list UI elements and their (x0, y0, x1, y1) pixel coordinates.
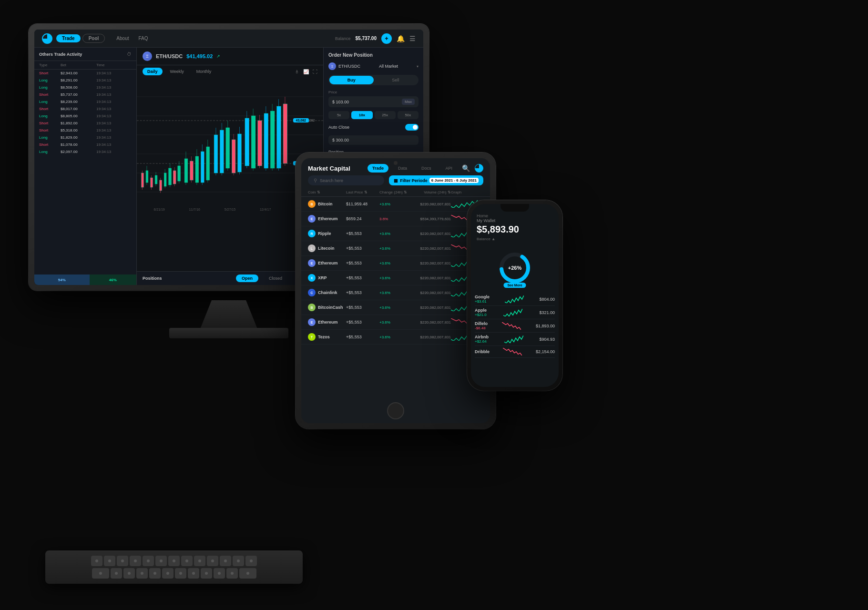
pool-button[interactable]: Pool (82, 34, 105, 43)
coin-price: +$5,553 (346, 261, 379, 265)
stock-left: Airbnb +$2.64 (475, 335, 489, 344)
leverage-10x[interactable]: 10x (351, 111, 372, 119)
tablet-nav-docs[interactable]: Docs (417, 164, 436, 173)
max-button[interactable]: Max (402, 99, 415, 105)
list-item[interactable]: B BitcoinCash +$5,553 +3.6% $220,082,007… (301, 300, 490, 315)
balance-label: Balance (335, 36, 351, 41)
col-change: Change (24h) ⇅ (379, 190, 408, 194)
chart-pair: ETH/USDC (156, 53, 183, 59)
coin-change: 3.6% (379, 217, 408, 221)
fullscreen-icon[interactable]: ⛶ (313, 69, 317, 74)
line-chart-icon[interactable]: 📈 (303, 69, 309, 74)
left-panel-title: Others Trade Activity (39, 52, 82, 57)
trade-bet: $8,239.00 (61, 100, 96, 104)
search-input-placeholder: Search here (320, 178, 343, 183)
trade-button[interactable]: Trade (56, 34, 81, 42)
stock-value: $2,154.00 (536, 349, 555, 354)
stock-left: Apple +$21.0 (475, 308, 487, 317)
filter-date: 6 June 2021 - 6 July 2021 (429, 178, 479, 183)
tablet-search-icon[interactable]: 🔍 (462, 164, 470, 172)
list-item: Dillelo -$6.48 $1,893.00 (475, 319, 555, 333)
col-volume: Volume (24h) ⇅ (408, 190, 451, 194)
col-graph: Graph (451, 190, 480, 194)
tablet-nav-trade[interactable]: Trade (368, 164, 388, 173)
key (123, 568, 135, 579)
tablet-nav-api[interactable]: API (440, 164, 457, 173)
stock-value: $321.00 (539, 310, 555, 315)
auto-close-toggle[interactable] (405, 124, 419, 131)
svg-rect-56 (270, 111, 275, 168)
coin-cell: E Ethereum (308, 259, 346, 267)
key (233, 556, 244, 566)
candlestick-icon[interactable]: 🕯 (295, 69, 299, 74)
coin-icon: L (308, 244, 316, 252)
trade-row: Long $2,097.00 19:34:13 (34, 148, 136, 155)
trade-type: Short (39, 92, 61, 97)
list-item: Google +$3.61 $804.00 (475, 293, 555, 306)
order-buy-sell: Buy Sell (328, 75, 419, 85)
tablet-home-button[interactable] (387, 402, 404, 419)
list-item[interactable]: X XRP +$5,553 +3.6% $220,082,007,831 (301, 271, 490, 285)
tab-closed[interactable]: Closed (263, 274, 288, 282)
list-item[interactable]: E Ethereum +$5,553 +3.6% $220,082,007,83… (301, 256, 490, 271)
list-item[interactable]: L Litecoin +$5,553 +3.6% $220,082,007,83… (301, 241, 490, 256)
coin-price: +$5,553 (346, 246, 379, 251)
svg-rect-34 (201, 152, 204, 183)
stock-mini-chart (505, 295, 524, 303)
coin-icon: B (308, 304, 316, 311)
coin-cell: X XRP (308, 274, 346, 282)
coin-change: +3.6% (379, 320, 408, 325)
list-item[interactable]: C Chainlink +$5,553 +3.6% $220,082,007,8… (301, 285, 490, 300)
add-button[interactable]: + (381, 33, 392, 44)
key (207, 556, 218, 566)
coin-name: Tezos (318, 335, 330, 339)
stock-left: Dribble (475, 349, 490, 354)
list-item[interactable]: T Tezos +$5,553 +3.6% $220,082,007,831 (301, 330, 490, 345)
coin-price: +$5,553 (346, 305, 379, 310)
tablet-search-box[interactable]: ⚲ Search here (308, 175, 384, 185)
filter-icon: ▦ (394, 178, 398, 183)
auto-close-value[interactable]: $ 300.00 (328, 135, 419, 145)
stock-mini-chart (503, 309, 522, 316)
search-mag-icon: ⚲ (314, 178, 317, 183)
date-1: 6/21/19 (153, 208, 164, 211)
leverage-25x[interactable]: 25x (375, 111, 396, 119)
list-item[interactable]: E Ethereum +$5,553 +3.6% $220,082,007,83… (301, 315, 490, 330)
trade-row: Short $1,078.00 19:34:13 (34, 141, 136, 148)
key (149, 568, 161, 579)
see-more-button[interactable]: See More (503, 283, 526, 288)
list-item[interactable]: E Ethereum $659.24 3.6% $534,393,779,631 (301, 212, 490, 226)
tab-daily[interactable]: Daily (143, 68, 163, 75)
tab-weekly[interactable]: Weekly (165, 68, 189, 75)
scene: Trade Pool About FAQ Balance $5,737.00 +… (0, 0, 868, 610)
bell-icon[interactable]: 🔔 (397, 35, 405, 42)
filter-button[interactable]: ▦ Filter Periode 6 June 2021 - 6 July 20… (389, 175, 483, 185)
long-progress: 46% (90, 274, 136, 285)
tab-open[interactable]: Open (236, 274, 258, 282)
stock-value: $804.00 (539, 297, 555, 302)
leverage-50x[interactable]: 50x (398, 111, 419, 119)
faq-link[interactable]: FAQ (139, 36, 148, 41)
svg-rect-60 (283, 104, 287, 163)
chart-tabs: Daily Weekly Monthly 🕯 📈 ⛶ (137, 65, 323, 78)
leverage-5x[interactable]: 5x (328, 111, 349, 119)
menu-icon[interactable]: ☰ (409, 35, 416, 42)
tab-monthly[interactable]: Monthly (192, 68, 216, 75)
trade-rows: Short $2,943.00 19:34:13 Long $8,291.00 … (34, 70, 136, 155)
svg-rect-58 (277, 106, 281, 168)
phone: Home My Wallet $5,893.90 Balance ▲ +26% … (467, 200, 562, 391)
about-link[interactable]: About (116, 36, 129, 41)
list-item[interactable]: R Ripple +$5,553 +3.6% $220,082,007,831 (301, 226, 490, 241)
phone-stock-list: Google +$3.61 $804.00 Apple +$21.0 $321.… (471, 293, 559, 358)
logo-icon (42, 33, 52, 44)
trade-type: Long (39, 114, 61, 118)
svg-rect-14 (151, 178, 153, 187)
sell-button[interactable]: Sell (374, 76, 418, 84)
order-market[interactable]: All Market (379, 64, 398, 69)
key (136, 568, 148, 579)
coin-icon: R (308, 230, 316, 237)
buy-button[interactable]: Buy (329, 76, 374, 84)
price-value[interactable]: $ 103.00 (332, 100, 349, 104)
tablet-nav-data[interactable]: Data (393, 164, 412, 173)
list-item[interactable]: B Bitcoin $11,959.48 +3.6% $220,082,007,… (301, 197, 490, 212)
